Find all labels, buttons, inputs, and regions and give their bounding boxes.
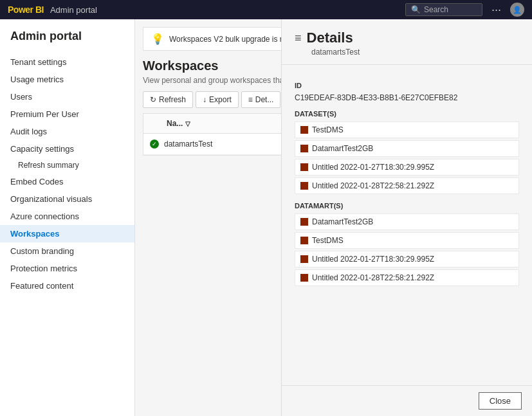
sidebar-item-capacity-settings[interactable]: Capacity settings (0, 140, 134, 158)
content-area: 💡 Workspaces V2 bulk upgrade is now ava.… (135, 19, 532, 416)
sidebar-item-protection-metrics[interactable]: Protection metrics (0, 260, 134, 277)
close-button[interactable]: Close (479, 392, 522, 410)
dataset-item-2: Untitled 2022-01-27T18:30:29.995Z (295, 159, 519, 176)
datamart-item-3: Untitled 2022-01-28T22:58:21.292Z (295, 269, 519, 286)
sidebar-item-users[interactable]: Users (0, 88, 134, 105)
search-box[interactable]: 🔍 (405, 3, 482, 16)
details-title-row: ≡ Details (295, 30, 519, 46)
sidebar-item-workspaces[interactable]: Workspaces (0, 225, 134, 242)
sidebar-item-audit-logs[interactable]: Audit logs (0, 123, 134, 140)
dataset-icon (300, 182, 308, 190)
col-name-header: Na... ▽ (167, 119, 282, 128)
app-logo: Power BI (8, 5, 44, 15)
datamart-icon (300, 274, 308, 282)
sidebar-item-custom-branding[interactable]: Custom branding (0, 242, 134, 260)
details-body: ID C19EDEAF-83DB-4E33-B8B1-6E27C0EFBE82 … (282, 65, 532, 385)
avatar[interactable]: 👤 (510, 3, 524, 17)
id-label: ID (295, 82, 519, 89)
main-layout: Admin portal Tenant settings Usage metri… (0, 19, 532, 416)
sidebar-item-organizational-visuals[interactable]: Organizational visuals (0, 190, 134, 208)
datamart-item-2: Untitled 2022-01-27T18:30:29.995Z (295, 251, 519, 267)
refresh-icon: ↻ (150, 95, 156, 104)
refresh-button[interactable]: ↻ Refresh (143, 91, 193, 108)
dataset-icon (300, 163, 308, 171)
app-title: Admin portal (50, 5, 97, 15)
sidebar-item-embed-codes[interactable]: Embed Codes (0, 173, 134, 190)
sidebar-item-featured-content[interactable]: Featured content (0, 277, 134, 294)
sidebar: Admin portal Tenant settings Usage metri… (0, 19, 135, 416)
search-icon: 🔍 (411, 5, 421, 14)
sidebar-item-premium-per-user[interactable]: Premium Per User (0, 105, 134, 123)
dataset-item-3: Untitled 2022-01-28T22:58:21.292Z (295, 177, 519, 194)
details-title: Details (307, 30, 353, 46)
check-icon: ✓ (152, 141, 157, 147)
datamarts-label: DATAMART(S) (295, 202, 519, 210)
dataset-icon (300, 126, 308, 134)
details-header: ≡ Details datamartsTest (282, 19, 532, 65)
status-badge: ✓ (150, 140, 159, 149)
sidebar-item-tenant-settings[interactable]: Tenant settings (0, 53, 134, 71)
datamart-item-1: TestDMS (295, 232, 519, 249)
details-list-icon: ≡ (295, 32, 302, 45)
details-icon: ≡ (248, 95, 253, 104)
export-icon: ↓ (203, 95, 206, 104)
sidebar-item-azure-connections[interactable]: Azure connections (0, 208, 134, 225)
sidebar-item-refresh-summary[interactable]: Refresh summary (0, 158, 134, 173)
datamart-item-0: DatamartTest2GB (295, 213, 519, 230)
banner-icon: 💡 (151, 33, 164, 45)
export-button[interactable]: ↓ Export (196, 91, 239, 108)
details-panel: ≡ Details datamartsTest ID C19EDEAF-83DB… (281, 19, 532, 416)
avatar-icon: 👤 (513, 6, 522, 14)
datamart-icon (300, 218, 308, 226)
filter-icon[interactable]: ▽ (185, 120, 190, 127)
more-options-button[interactable]: ··· (489, 3, 504, 17)
details-footer: Close (282, 385, 532, 416)
datasets-label: DATASET(S) (295, 110, 519, 118)
dataset-icon (300, 145, 308, 152)
datamart-icon (300, 255, 308, 263)
id-value: C19EDEAF-83DB-4E33-B8B1-6E27C0EFBE82 (295, 93, 519, 102)
top-navigation: Power BI Admin portal 🔍 ··· 👤 (0, 0, 532, 19)
details-button[interactable]: ≡ Det... (241, 91, 281, 108)
dataset-item-1: DatamartTest2GB (295, 140, 519, 157)
dataset-item-0: TestDMS (295, 122, 519, 138)
sidebar-item-usage-metrics[interactable]: Usage metrics (0, 71, 134, 88)
datamart-icon (300, 237, 308, 244)
search-input[interactable] (424, 5, 475, 14)
sidebar-title: Admin portal (0, 30, 134, 53)
details-subtitle: datamartsTest (295, 48, 519, 57)
